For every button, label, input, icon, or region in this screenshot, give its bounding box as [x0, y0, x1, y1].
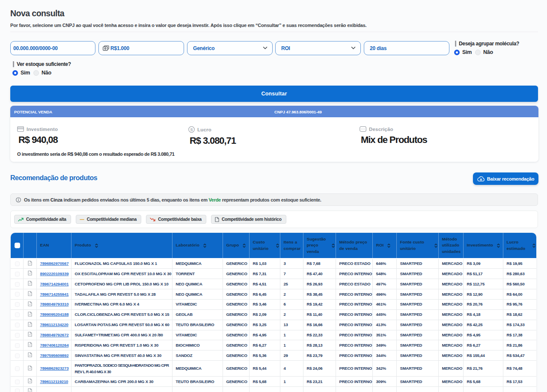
- svg-text:S: S: [190, 128, 193, 132]
